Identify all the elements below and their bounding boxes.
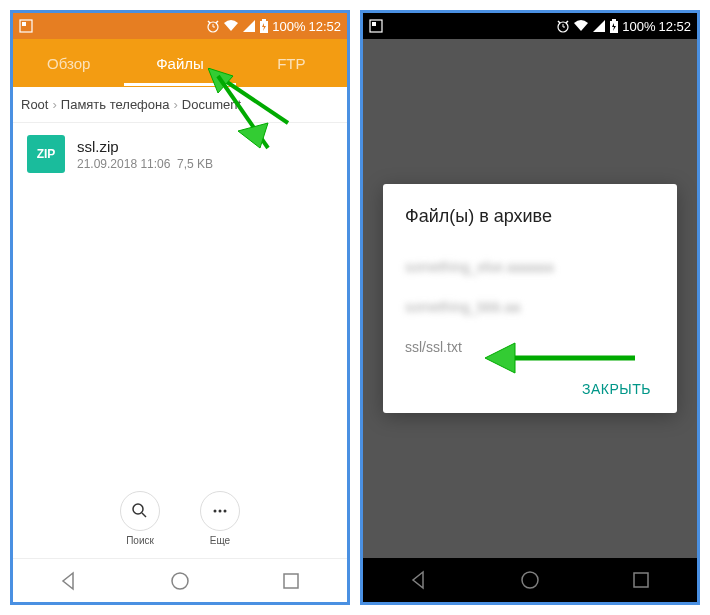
phone-right: 100% 12:52 Файл(ы) в архиве something_el… xyxy=(360,10,700,605)
file-meta: 21.09.2018 11:06 7,5 KB xyxy=(77,157,333,171)
wifi-icon xyxy=(223,19,239,33)
nav-recent[interactable] xyxy=(630,569,652,591)
chevron-right-icon: › xyxy=(52,97,56,112)
svg-point-11 xyxy=(214,510,217,513)
phone-left: 100% 12:52 Обзор Файлы FTP Root › Память… xyxy=(10,10,350,605)
crumb-folder[interactable]: Document xyxy=(182,97,241,112)
status-bar: 100% 12:52 xyxy=(363,13,697,39)
svg-line-6 xyxy=(216,21,218,23)
svg-point-14 xyxy=(172,573,188,589)
svg-rect-15 xyxy=(284,574,298,588)
status-bar: 100% 12:52 xyxy=(13,13,347,39)
file-name: ssl.zip xyxy=(77,138,333,155)
signal-icon xyxy=(242,19,256,33)
header-tabs: Обзор Файлы FTP xyxy=(13,39,347,87)
svg-rect-8 xyxy=(262,19,266,21)
battery-percent: 100% xyxy=(272,19,305,34)
archive-dialog: Файл(ы) в архиве something_else.aaaaaa s… xyxy=(383,184,677,413)
file-row[interactable]: ZIP ssl.zip 21.09.2018 11:06 7,5 KB xyxy=(13,123,347,185)
svg-point-25 xyxy=(522,572,538,588)
svg-rect-17 xyxy=(372,22,376,26)
alarm-icon xyxy=(556,19,570,33)
nav-back[interactable] xyxy=(58,570,80,592)
search-button[interactable]: Поиск xyxy=(120,491,160,546)
svg-line-22 xyxy=(566,21,568,23)
svg-rect-24 xyxy=(612,19,616,21)
nav-home[interactable] xyxy=(519,569,541,591)
svg-point-12 xyxy=(219,510,222,513)
dialog-title: Файл(ы) в архиве xyxy=(405,206,655,227)
dialog-overlay[interactable]: Файл(ы) в архиве something_else.aaaaaa s… xyxy=(363,39,697,558)
dialog-close-button[interactable]: ЗАКРЫТЬ xyxy=(405,367,655,403)
chevron-right-icon: › xyxy=(173,97,177,112)
bottom-actions: Поиск Еще xyxy=(13,479,347,558)
tab-ftp[interactable]: FTP xyxy=(236,41,347,86)
archive-item[interactable]: something_bbb.aa xyxy=(405,287,655,327)
screenshot-icon xyxy=(19,19,33,33)
tab-files[interactable]: Файлы xyxy=(124,41,235,86)
search-icon xyxy=(131,502,149,520)
status-time: 12:52 xyxy=(308,19,341,34)
nav-home[interactable] xyxy=(169,570,191,592)
svg-rect-26 xyxy=(634,573,648,587)
more-button[interactable]: Еще xyxy=(200,491,240,546)
breadcrumb: Root › Память телефона › Document xyxy=(13,87,347,123)
file-list: ZIP ssl.zip 21.09.2018 11:06 7,5 KB xyxy=(13,123,347,479)
tab-overview[interactable]: Обзор xyxy=(13,41,124,86)
svg-point-9 xyxy=(133,504,143,514)
svg-line-10 xyxy=(142,513,146,517)
archive-item[interactable]: something_else.aaaaaa xyxy=(405,247,655,287)
status-time: 12:52 xyxy=(658,19,691,34)
archive-item[interactable]: ssl/ssl.txt xyxy=(405,327,655,367)
screenshot-icon xyxy=(369,19,383,33)
battery-icon xyxy=(609,19,619,34)
more-icon xyxy=(211,502,229,520)
nav-back[interactable] xyxy=(408,569,430,591)
crumb-storage[interactable]: Память телефона xyxy=(61,97,170,112)
nav-recent[interactable] xyxy=(280,570,302,592)
crumb-root[interactable]: Root xyxy=(21,97,48,112)
nav-bar xyxy=(13,558,347,602)
signal-icon xyxy=(592,19,606,33)
wifi-icon xyxy=(573,19,589,33)
svg-rect-1 xyxy=(22,22,26,26)
battery-percent: 100% xyxy=(622,19,655,34)
svg-line-21 xyxy=(558,21,560,23)
svg-point-13 xyxy=(224,510,227,513)
svg-line-5 xyxy=(208,21,210,23)
zip-file-icon: ZIP xyxy=(27,135,65,173)
alarm-icon xyxy=(206,19,220,33)
battery-icon xyxy=(259,19,269,34)
nav-bar xyxy=(363,558,697,602)
